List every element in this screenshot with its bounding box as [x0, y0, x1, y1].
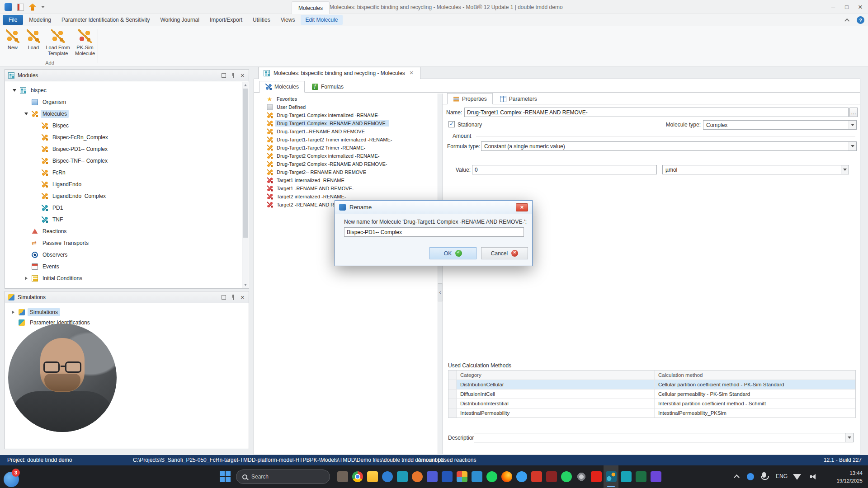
- microphone-icon[interactable]: [762, 472, 766, 478]
- taskbar-app-active[interactable]: [604, 465, 618, 488]
- molecule-type-combo[interactable]: Complex: [703, 120, 857, 130]
- help-icon[interactable]: [857, 16, 864, 24]
- titlebar-document-tab[interactable]: Molecules: [292, 1, 330, 14]
- notification-badge[interactable]: 3: [12, 469, 20, 477]
- molecule-list-item[interactable]: Drug-Target1--RENAME AND REMOVE: [254, 127, 438, 136]
- dialog-titlebar[interactable]: Rename: [335, 201, 532, 214]
- menu-views[interactable]: Views: [276, 15, 300, 25]
- column-header-category[interactable]: Category: [457, 371, 655, 380]
- taskbar-app-5[interactable]: [395, 465, 410, 488]
- taskbar-app-10[interactable]: [469, 465, 484, 488]
- scroll-thumb[interactable]: [243, 89, 248, 238]
- taskbar-app-18[interactable]: [589, 465, 604, 488]
- wifi-icon[interactable]: [793, 474, 801, 480]
- tree-item-passive-transports[interactable]: Passive Transports: [5, 237, 241, 249]
- save-icon[interactable]: [29, 4, 36, 11]
- start-button[interactable]: [220, 471, 231, 482]
- list-item-favorites[interactable]: Favorites: [254, 95, 438, 103]
- taskbar-app-9[interactable]: [454, 465, 469, 488]
- modules-scrollbar[interactable]: [242, 82, 248, 288]
- search-input[interactable]: [251, 474, 315, 480]
- taskbar-app-4[interactable]: [380, 465, 395, 488]
- volume-icon[interactable]: [809, 474, 816, 479]
- menu-parameter-identification[interactable]: Parameter Identification & Sensitivity: [57, 15, 154, 25]
- name-ellipsis-button[interactable]: [849, 108, 858, 117]
- taskbar-app-17[interactable]: [574, 465, 589, 488]
- taskbar-app-2[interactable]: [350, 465, 365, 488]
- tree-item-events[interactable]: Events: [5, 261, 241, 272]
- pksim-molecule-button[interactable]: PK-Sim Molecule: [72, 27, 98, 56]
- panel-maximize-icon[interactable]: [221, 295, 226, 300]
- taskbar-app-3[interactable]: [365, 465, 380, 488]
- molecule-list-item-selected[interactable]: Drug-Target1 Complex -RENAME AND REMOVE-: [254, 119, 438, 127]
- expander-closed-icon[interactable]: [24, 276, 29, 281]
- expander-open-icon[interactable]: [24, 111, 29, 117]
- new-molecule-button[interactable]: New: [2, 27, 24, 51]
- menu-modeling[interactable]: Modeling: [24, 15, 56, 25]
- menu-import-export[interactable]: Import/Export: [205, 15, 247, 25]
- table-row[interactable]: DistributionCellular Cellular partition …: [448, 380, 855, 389]
- chevron-down-icon[interactable]: [845, 433, 853, 442]
- close-button[interactable]: [854, 0, 867, 14]
- taskbar-app-8[interactable]: [439, 465, 454, 488]
- tree-item-bispec[interactable]: bispec: [5, 84, 241, 96]
- rename-input[interactable]: [344, 227, 524, 237]
- parameter-identifications-tree-item[interactable]: Parameter Identifications: [5, 317, 249, 328]
- molecule-list-item[interactable]: Target1 internalized -RENAME-: [254, 176, 438, 184]
- taskbar-app-11[interactable]: [484, 465, 499, 488]
- simulations-tree-item[interactable]: Simulations: [5, 307, 249, 317]
- tree-item-initial-conditions[interactable]: Initial Conditions: [5, 272, 241, 284]
- menu-file[interactable]: File: [3, 15, 23, 25]
- table-row[interactable]: DistributionInterstitial Interstitial pa…: [448, 399, 855, 408]
- dialog-close-button[interactable]: [516, 203, 528, 211]
- panel-close-icon[interactable]: [240, 295, 245, 300]
- taskbar-app-7[interactable]: [425, 465, 439, 488]
- menu-working-journal[interactable]: Working Journal: [156, 15, 203, 25]
- taskbar-app-14[interactable]: [529, 465, 544, 488]
- tab-properties[interactable]: Properties: [447, 93, 493, 104]
- column-header-method[interactable]: Calculation method: [655, 371, 855, 380]
- tree-item-pd1[interactable]: PD1: [5, 202, 241, 214]
- molecule-list-item[interactable]: Drug-Target2 Complex internalized -RENAM…: [254, 152, 438, 160]
- tree-item-bispec-tnf-complex[interactable]: Bispec-TNF-- Complex: [5, 155, 241, 167]
- expander-closed-icon[interactable]: [10, 310, 16, 315]
- unit-combo[interactable]: µmol: [662, 165, 849, 174]
- panel-pin-icon[interactable]: [231, 73, 236, 78]
- load-molecule-button[interactable]: Load: [24, 27, 43, 51]
- value-input[interactable]: [472, 165, 657, 174]
- taskbar-app-12[interactable]: [499, 465, 514, 488]
- collapse-panel-button[interactable]: [438, 283, 443, 301]
- load-from-template-button[interactable]: Load From Template: [43, 27, 72, 56]
- chevron-down-icon[interactable]: [849, 121, 856, 129]
- list-item-user-defined[interactable]: User Defined: [254, 103, 438, 111]
- taskbar-search[interactable]: [236, 469, 330, 484]
- close-icon[interactable]: [409, 70, 415, 76]
- name-input[interactable]: [464, 108, 849, 117]
- taskbar-app-20[interactable]: [618, 465, 633, 488]
- tree-item-organism[interactable]: Organism: [5, 96, 241, 108]
- taskbar-app-21[interactable]: [633, 465, 648, 488]
- scroll-up-icon[interactable]: [242, 82, 248, 88]
- tree-item-ligandendo-complex[interactable]: LigandEndo_Complex: [5, 190, 241, 202]
- document-icon[interactable]: [17, 4, 24, 11]
- table-row[interactable]: IntestinalPermeability IntestinalPermeab…: [448, 408, 855, 418]
- tab-molecules[interactable]: Molecules: [259, 81, 305, 93]
- taskbar-app-6[interactable]: [410, 465, 425, 488]
- tree-item-observers[interactable]: Observers: [5, 249, 241, 261]
- app-icon[interactable]: [5, 3, 12, 11]
- panel-maximize-icon[interactable]: [221, 73, 226, 78]
- chevron-down-icon[interactable]: [849, 142, 856, 150]
- taskbar-app-1[interactable]: [335, 465, 350, 488]
- tree-item-ligandendo[interactable]: LigandEndo: [5, 178, 241, 190]
- molecule-list-item[interactable]: Drug-Target1-Target2 Trimer -RENAME-: [254, 144, 438, 152]
- taskbar-app-16[interactable]: [559, 465, 574, 488]
- tree-item-bispec-fcrn-complex[interactable]: Bispec-FcRn_Complex: [5, 131, 241, 143]
- menu-edit-molecule[interactable]: Edit Molecule: [301, 15, 342, 25]
- tab-formulas[interactable]: Formulas: [306, 81, 349, 93]
- molecule-list-item[interactable]: Drug-Target1-Target2 Trimer internalized…: [254, 136, 438, 144]
- taskbar-app-13[interactable]: [514, 465, 529, 488]
- tree-item-fcrn[interactable]: FcRn: [5, 167, 241, 178]
- chevron-down-icon[interactable]: [841, 165, 849, 174]
- expander-open-icon[interactable]: [12, 88, 17, 93]
- taskbar-app-15[interactable]: [544, 465, 559, 488]
